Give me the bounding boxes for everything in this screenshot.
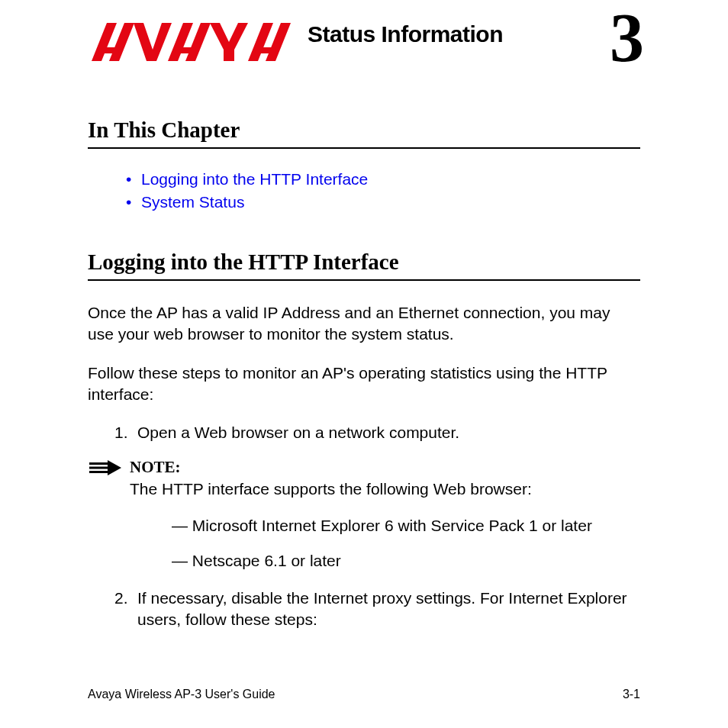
- svg-marker-3: [108, 460, 121, 475]
- toc-link-system-status[interactable]: •System Status: [126, 193, 640, 211]
- svg-rect-1: [89, 466, 108, 469]
- note-block: NOTE: The HTTP interface supports the fo…: [88, 458, 640, 572]
- chapter-number: 3: [610, 4, 644, 72]
- section-rule: [88, 147, 640, 149]
- browser-item-ie: — Microsoft Internet Explorer 6 with Ser…: [172, 515, 640, 536]
- footer-guide-title: Avaya Wireless AP-3 User's Guide: [88, 688, 275, 701]
- avaya-logo: [88, 15, 301, 72]
- arrow-icon: [88, 460, 124, 478]
- footer-page-number: 3-1: [623, 688, 640, 701]
- intro-para-1: Once the AP has a valid IP Address and a…: [88, 302, 640, 346]
- svg-rect-0: [89, 462, 108, 465]
- browser-item-netscape: — Netscape 6.1 or later: [172, 550, 640, 572]
- step-2: 2. If necessary, disable the Internet pr…: [114, 588, 640, 631]
- svg-rect-2: [89, 471, 108, 473]
- note-text: The HTTP interface supports the followin…: [130, 478, 640, 500]
- steps-list-cont: 2. If necessary, disable the Internet pr…: [88, 588, 640, 631]
- page-footer: Avaya Wireless AP-3 User's Guide 3-1: [88, 688, 640, 701]
- page-header: Status Information 3: [88, 15, 640, 72]
- intro-para-2: Follow these steps to monitor an AP's op…: [88, 362, 640, 406]
- section-rule: [88, 279, 640, 281]
- note-label: NOTE:: [130, 458, 640, 477]
- toc-list: •Logging into the HTTP Interface •System…: [88, 170, 640, 211]
- chapter-title: Status Information: [308, 21, 503, 47]
- step-1: 1. Open a Web browser on a network compu…: [114, 422, 640, 443]
- toc-link-logging[interactable]: •Logging into the HTTP Interface: [126, 170, 640, 188]
- heading-in-this-chapter: In This Chapter: [88, 118, 640, 143]
- browser-list: — Microsoft Internet Explorer 6 with Ser…: [130, 515, 640, 572]
- steps-list: 1. Open a Web browser on a network compu…: [88, 422, 640, 443]
- heading-logging-http: Logging into the HTTP Interface: [88, 250, 640, 275]
